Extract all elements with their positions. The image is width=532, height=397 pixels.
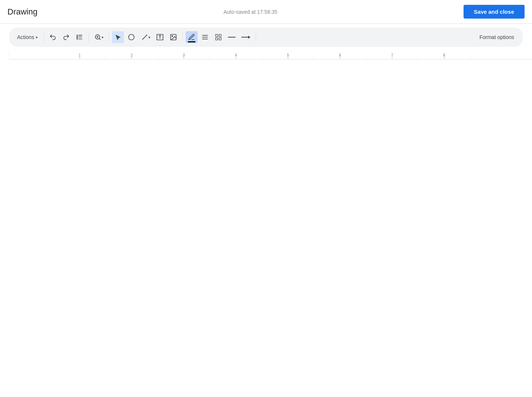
copy-format-button[interactable] [74, 31, 86, 43]
grid-icon [215, 33, 222, 41]
svg-point-6 [172, 36, 173, 37]
undo-button[interactable] [47, 31, 59, 43]
toolbar: Actions ▾ ▾ [9, 28, 523, 47]
actions-button[interactable]: Actions ▾ [14, 32, 41, 42]
redo-button[interactable] [60, 31, 72, 43]
zoom-chevron-icon: ▾ [102, 35, 103, 39]
line-end-icon [241, 35, 250, 39]
save-close-button[interactable]: Save and close [464, 5, 525, 19]
zoom-icon [94, 33, 102, 41]
svg-rect-13 [219, 38, 221, 40]
align-icon [201, 33, 209, 41]
svg-marker-16 [248, 36, 250, 39]
svg-rect-0 [77, 35, 78, 39]
svg-rect-9 [202, 39, 208, 39]
align-text-button[interactable] [199, 31, 211, 43]
app-container: Drawing Auto-saved at 17:58:35 Save and … [0, 0, 532, 397]
image-icon [170, 33, 177, 41]
pen-color-button[interactable] [186, 31, 198, 43]
svg-rect-10 [215, 35, 218, 37]
actions-chevron-icon: ▾ [36, 35, 38, 39]
image-button[interactable] [167, 31, 179, 43]
svg-line-3 [142, 35, 147, 39]
copy-format-icon [76, 33, 83, 41]
grid-align-button[interactable] [212, 31, 224, 43]
line-icon [141, 33, 148, 41]
svg-rect-11 [219, 35, 221, 37]
pen-icon [188, 33, 195, 41]
redo-icon [63, 33, 70, 41]
svg-rect-12 [215, 38, 218, 40]
text-button[interactable] [154, 31, 166, 43]
shape-button[interactable] [125, 31, 137, 43]
svg-rect-8 [202, 37, 208, 38]
color-indicator [188, 41, 195, 42]
format-options-button[interactable]: Format options [476, 32, 518, 42]
toolbar-divider-3 [109, 33, 109, 42]
zoom-button[interactable]: ▾ [92, 31, 106, 43]
line-start-button[interactable] [226, 34, 238, 40]
svg-rect-7 [202, 35, 208, 36]
select-icon [114, 33, 122, 41]
top-ruler: 1 2 3 4 5 6 7 8 [9, 51, 532, 59]
shape-icon [128, 33, 135, 41]
app-title: Drawing [7, 7, 38, 17]
text-icon [156, 33, 164, 41]
toolbar-divider-5 [256, 33, 256, 42]
toolbar-divider-1 [44, 33, 44, 42]
line-chevron-icon: ▾ [148, 35, 150, 39]
content-area: 1 2 3 4 5 6 7 8 [0, 51, 532, 397]
toolbar-divider-2 [89, 33, 89, 42]
line-button[interactable]: ▾ [139, 31, 153, 43]
svg-point-2 [128, 35, 134, 40]
actions-label: Actions [17, 34, 34, 40]
toolbar-divider-4 [182, 33, 183, 42]
autosave-status: Auto-saved at 17:58:35 [224, 9, 278, 15]
select-button[interactable] [112, 31, 124, 43]
line-end-button[interactable] [239, 33, 253, 42]
header: Drawing Auto-saved at 17:58:35 Save and … [0, 0, 532, 24]
undo-icon [49, 33, 57, 41]
line-start-icon [228, 36, 235, 38]
svg-rect-17 [9, 51, 532, 59]
